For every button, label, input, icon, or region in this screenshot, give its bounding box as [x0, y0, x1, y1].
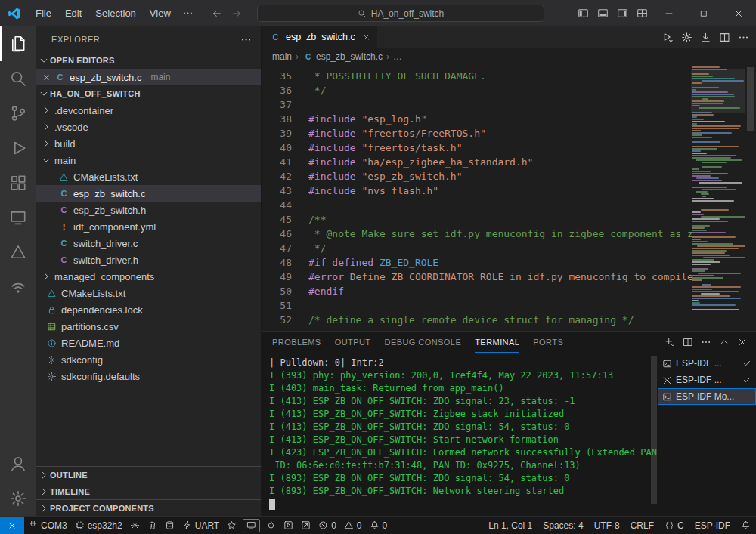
menu-view[interactable]: View: [143, 0, 178, 26]
panel-tab-ports[interactable]: PORTS: [533, 332, 563, 353]
explorer-more-actions-icon[interactable]: [240, 34, 252, 45]
terminal-scrollbar[interactable]: [650, 353, 658, 516]
status-language-mode[interactable]: C: [659, 517, 689, 534]
maximize-panel-icon[interactable]: [715, 332, 733, 353]
status-custom-task[interactable]: [280, 517, 297, 534]
scrollbar-thumb[interactable]: [747, 67, 754, 131]
configure-icon[interactable]: [677, 26, 696, 48]
section-timeline[interactable]: TIMELINE: [36, 483, 261, 499]
tree-file-switch_driver.h[interactable]: Cswitch_driver.h: [36, 252, 261, 268]
toggle-primary-sidebar-icon[interactable]: [573, 0, 593, 26]
tree-file-dependencies.lock[interactable]: dependencies.lock: [36, 301, 261, 318]
panel-tab-problems[interactable]: PROBLEMS: [272, 332, 321, 353]
activity-run-debug[interactable]: [0, 131, 36, 165]
run-file-icon[interactable]: [658, 26, 677, 48]
tree-file-README.md[interactable]: README.md: [36, 335, 261, 351]
split-editor-icon[interactable]: [715, 26, 734, 48]
activity-search[interactable]: [0, 61, 36, 96]
tree-folder-build[interactable]: build: [36, 135, 261, 152]
tree-folder-main[interactable]: main: [36, 152, 261, 168]
code-line-49[interactable]: 49#error Define ZB_COORDINATOR_ROLE in i…: [262, 270, 756, 284]
terminal-list-item[interactable]: ESP-IDF Mo...: [658, 388, 756, 405]
status-flash[interactable]: [223, 517, 240, 534]
status-full-clean[interactable]: [144, 517, 161, 534]
tree-file-partitions.csv[interactable]: partitions.csv: [36, 318, 261, 335]
section-project-components[interactable]: PROJECT COMPONENTS: [36, 499, 261, 516]
close-editor-icon[interactable]: [42, 73, 51, 82]
status-encoding[interactable]: UTF-8: [589, 517, 625, 534]
code-line-48[interactable]: 48#if defined ZB_ED_ROLE: [262, 255, 756, 270]
activity-accounts[interactable]: [0, 446, 36, 481]
code-line-37[interactable]: 37: [262, 97, 756, 112]
terminal-output[interactable]: | Pulldown: 0| Intr:2I (393) phy: phy_ve…: [262, 353, 658, 516]
status-remote[interactable]: [0, 517, 24, 534]
code-editor[interactable]: 35 * POSSIBILITY OF SUCH DAMAGE.36 */373…: [262, 66, 756, 331]
tree-folder-.vscode[interactable]: .vscode: [36, 119, 261, 135]
section-outline[interactable]: OUTLINE: [36, 466, 261, 483]
status-build[interactable]: [161, 517, 178, 534]
more-actions-icon[interactable]: [734, 26, 753, 48]
breadcrumb-item[interactable]: Cesp_zb_switch.c: [302, 51, 383, 62]
code-line-50[interactable]: 50#endif: [262, 284, 756, 298]
activity-esp-rainmaker[interactable]: [0, 270, 36, 304]
breadcrumb-item[interactable]: …: [393, 51, 402, 62]
code-line-45[interactable]: 45/**: [262, 212, 756, 227]
tree-file-idf_component.yml[interactable]: !idf_component.yml: [36, 218, 261, 235]
close-panel-icon[interactable]: [733, 332, 751, 353]
code-line-52[interactable]: 52/* define a single remote device struc…: [262, 313, 756, 327]
status-device-target[interactable]: esp32h2: [71, 517, 126, 534]
panel-tab-terminal[interactable]: TERMINAL: [475, 332, 519, 353]
project-root-header[interactable]: HA_ON_OFF_SWITCH: [36, 85, 261, 102]
status-espidf[interactable]: ESP-IDF: [689, 517, 736, 534]
status-menuconfig[interactable]: [126, 517, 144, 534]
terminal-list-item[interactable]: ESP-IDF ...: [658, 355, 756, 372]
close-window-button[interactable]: [721, 0, 756, 26]
menubar-more-icon[interactable]: [178, 0, 198, 26]
code-line-46[interactable]: 46 * @note Make sure set idf.py menuconf…: [262, 227, 756, 241]
more-icon[interactable]: [697, 332, 715, 353]
panel-tab-output[interactable]: OUTPUT: [335, 332, 371, 353]
tab-esp_zb_switch.c[interactable]: C esp_zb_switch.c: [262, 26, 377, 48]
activity-espressif-explorer[interactable]: [0, 235, 36, 270]
activity-settings[interactable]: [0, 481, 36, 516]
split-terminal-icon[interactable]: [679, 332, 697, 353]
status-cursor-position[interactable]: Ln 1, Col 1: [483, 517, 538, 534]
status-notifications-count[interactable]: 0: [366, 517, 392, 534]
tree-file-esp_zb_switch.h[interactable]: Cesp_zb_switch.h: [36, 202, 261, 218]
open-editors-header[interactable]: OPEN EDITORS: [36, 52, 261, 69]
status-open-terminal[interactable]: [297, 517, 314, 534]
menu-selection[interactable]: Selection: [88, 0, 142, 26]
status-monitor[interactable]: [243, 519, 260, 532]
activity-explorer[interactable]: [0, 26, 36, 61]
minimize-button[interactable]: [652, 0, 686, 26]
install-icon[interactable]: [696, 26, 715, 48]
code-line-35[interactable]: 35 * POSSIBILITY OF SUCH DAMAGE.: [262, 69, 756, 83]
status-warnings[interactable]: 0: [340, 517, 366, 534]
tree-file-sdkconfig[interactable]: sdkconfig: [36, 351, 261, 368]
terminal-list-item[interactable]: ESP-IDF ...: [658, 372, 756, 388]
code-line-40[interactable]: 40#include "freertos/task.h": [262, 140, 756, 155]
status-flash-method[interactable]: UART: [178, 517, 223, 534]
code-line-38[interactable]: 38#include "esp_log.h": [262, 112, 756, 126]
tree-file-CMakeLists.txt[interactable]: CMakeLists.txt: [36, 285, 261, 301]
command-center-search[interactable]: HA_on_off_switch: [257, 5, 544, 22]
status-notifications-bell[interactable]: [736, 517, 756, 534]
minimap[interactable]: [691, 66, 745, 331]
toggle-panel-icon[interactable]: [593, 0, 612, 26]
code-line-36[interactable]: 36 */: [262, 83, 756, 97]
activity-remote-explorer[interactable]: [0, 200, 36, 235]
tree-folder-managed_components[interactable]: managed_components: [36, 268, 261, 285]
status-errors[interactable]: 0: [314, 517, 340, 534]
open-editor-item[interactable]: C esp_zb_switch.c main: [36, 69, 261, 85]
code-line-51[interactable]: 51: [262, 298, 756, 313]
code-line-43[interactable]: 43#include "nvs_flash.h": [262, 184, 756, 198]
tree-file-sdkconfig.defaults[interactable]: sdkconfig.defaults: [36, 368, 261, 384]
tree-file-switch_driver.c[interactable]: Cswitch_driver.c: [36, 235, 261, 252]
tree-file-esp_zb_switch.c[interactable]: Cesp_zb_switch.c: [36, 185, 261, 202]
code-line-47[interactable]: 47 */: [262, 241, 756, 255]
nav-forward-icon[interactable]: [231, 8, 242, 19]
menu-edit[interactable]: Edit: [58, 0, 88, 26]
status-build-flash-monitor[interactable]: [262, 517, 280, 534]
status-eol[interactable]: CRLF: [625, 517, 659, 534]
maximize-button[interactable]: [686, 0, 721, 26]
